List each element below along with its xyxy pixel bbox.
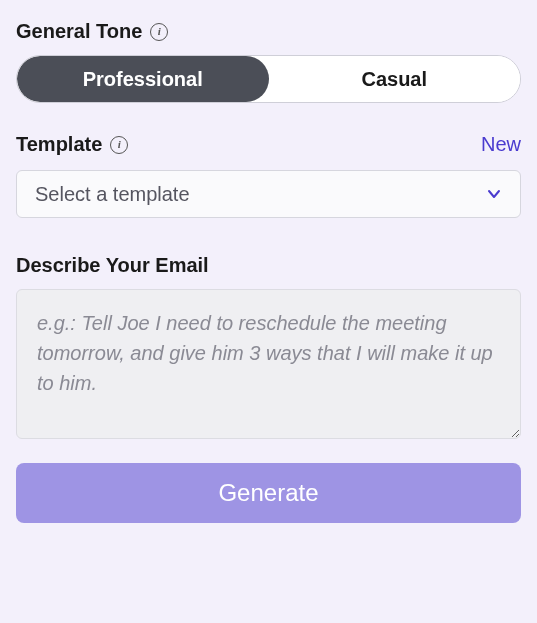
template-label-text: Template <box>16 133 102 156</box>
info-icon[interactable]: i <box>110 136 128 154</box>
tone-segmented-control: Professional Casual <box>16 55 521 103</box>
template-select-placeholder: Select a template <box>35 183 190 206</box>
general-tone-label: General Tone i <box>16 20 521 43</box>
describe-label: Describe Your Email <box>16 254 521 277</box>
tone-option-professional[interactable]: Professional <box>17 56 269 102</box>
info-icon[interactable]: i <box>150 23 168 41</box>
describe-label-text: Describe Your Email <box>16 254 209 277</box>
general-tone-text: General Tone <box>16 20 142 43</box>
chevron-down-icon <box>486 186 502 202</box>
template-label: Template i <box>16 133 128 156</box>
tone-option-casual[interactable]: Casual <box>269 56 521 102</box>
template-label-row: Template i New <box>16 133 521 156</box>
new-template-link[interactable]: New <box>481 133 521 156</box>
describe-textarea[interactable] <box>16 289 521 439</box>
template-select[interactable]: Select a template <box>16 170 521 218</box>
generate-button[interactable]: Generate <box>16 463 521 523</box>
